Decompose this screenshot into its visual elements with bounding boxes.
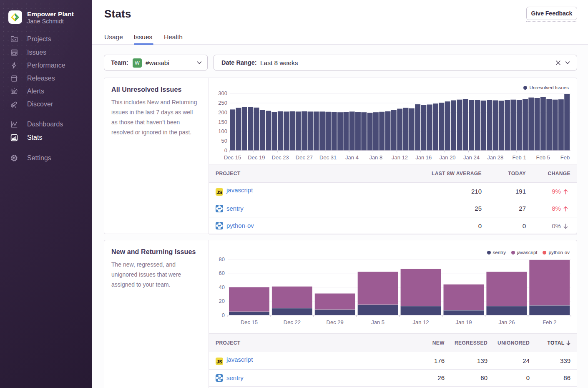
svg-text:Jan 20: Jan 20	[440, 154, 456, 161]
svg-text:0: 0	[222, 312, 225, 318]
svg-text:Dec 22: Dec 22	[284, 319, 301, 325]
svg-text:Dec 15: Dec 15	[224, 154, 241, 161]
svg-text:80: 80	[219, 256, 225, 262]
svg-text:Feb 1: Feb 1	[512, 154, 526, 161]
svg-text:250: 250	[218, 100, 227, 106]
svg-text:100: 100	[218, 128, 227, 134]
svg-text:Jan 26: Jan 26	[498, 319, 515, 325]
svg-text:150: 150	[218, 119, 227, 125]
svg-text:Jan 12: Jan 12	[392, 154, 408, 161]
svg-text:Dec 27: Dec 27	[296, 154, 313, 161]
svg-text:Jan 28: Jan 28	[487, 154, 503, 161]
svg-text:Dec 19: Dec 19	[248, 154, 265, 161]
svg-text:0: 0	[224, 147, 227, 154]
svg-text:20: 20	[219, 298, 225, 304]
svg-text:Dec 29: Dec 29	[327, 319, 344, 325]
svg-text:Jan 24: Jan 24	[463, 154, 480, 161]
svg-text:Jan 4: Jan 4	[345, 154, 359, 161]
svg-text:Feb 5: Feb 5	[536, 154, 550, 161]
svg-text:50: 50	[221, 138, 227, 144]
svg-text:Jan 8: Jan 8	[369, 154, 382, 161]
svg-text:40: 40	[219, 284, 225, 290]
svg-text:200: 200	[218, 109, 227, 116]
svg-text:Jan 16: Jan 16	[415, 154, 432, 161]
svg-text:Dec 15: Dec 15	[241, 319, 258, 325]
svg-text:Dec 31: Dec 31	[319, 154, 337, 161]
svg-text:Feb 2: Feb 2	[543, 319, 556, 325]
svg-text:Jan 5: Jan 5	[371, 319, 384, 325]
svg-text:Feb: Feb	[560, 154, 570, 161]
svg-text:Dec 23: Dec 23	[272, 154, 289, 161]
svg-text:Jan 12: Jan 12	[413, 319, 429, 325]
svg-text:Jan 19: Jan 19	[455, 319, 472, 325]
svg-text:60: 60	[219, 270, 225, 276]
svg-text:300: 300	[218, 90, 227, 96]
